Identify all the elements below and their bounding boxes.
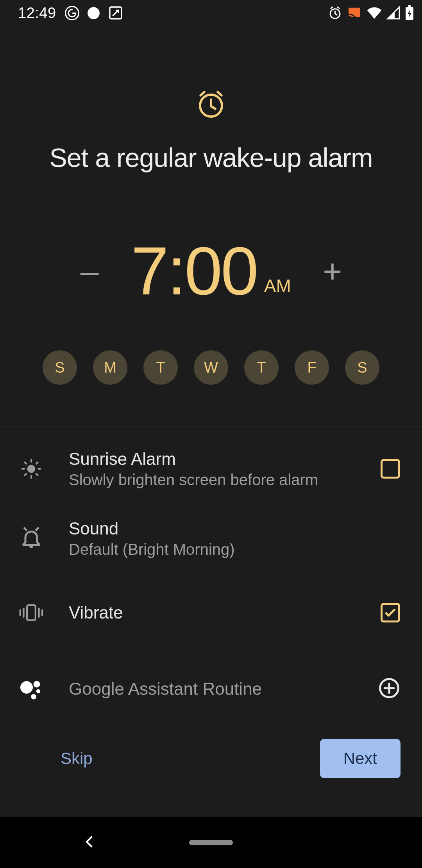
nav-back-icon[interactable] bbox=[81, 834, 98, 852]
settings-list: Sunrise Alarm Slowly brighten screen bef… bbox=[0, 427, 422, 728]
footer: Skip Next bbox=[0, 739, 422, 817]
nav-home-pill[interactable] bbox=[189, 840, 233, 845]
status-bar: 12:49 bbox=[0, 0, 422, 26]
content: Set a regular wake-up alarm – 7:00 AM + … bbox=[0, 26, 422, 817]
sound-subtitle: Default (Bright Morning) bbox=[69, 541, 377, 558]
time-decrease-button[interactable]: – bbox=[78, 255, 101, 287]
svg-rect-6 bbox=[408, 5, 411, 8]
time-value: 7:00 bbox=[131, 237, 257, 305]
assistant-title: Google Assistant Routine bbox=[69, 679, 355, 699]
sound-icon bbox=[17, 527, 45, 550]
time-picker: – 7:00 AM + bbox=[0, 237, 422, 305]
svg-line-15 bbox=[25, 474, 26, 475]
screenshot-icon bbox=[108, 5, 123, 21]
vibrate-title: Vibrate bbox=[69, 603, 357, 622]
svg-point-24 bbox=[36, 689, 40, 693]
vibrate-checkbox[interactable] bbox=[381, 603, 400, 622]
day-tuesday[interactable]: T bbox=[143, 350, 178, 385]
next-button[interactable]: Next bbox=[320, 739, 401, 778]
skip-button[interactable]: Skip bbox=[21, 741, 132, 776]
sunrise-checkbox[interactable] bbox=[381, 459, 400, 479]
status-notification-icons bbox=[65, 5, 123, 21]
sunrise-subtitle: Slowly brighten screen before alarm bbox=[69, 471, 357, 489]
day-friday[interactable]: F bbox=[295, 350, 329, 385]
time-increase-button[interactable]: + bbox=[321, 255, 344, 287]
day-saturday[interactable]: S bbox=[345, 350, 379, 385]
nav-bar bbox=[0, 817, 422, 868]
screen: 12:49 bbox=[0, 0, 422, 868]
day-wednesday[interactable]: W bbox=[194, 350, 228, 385]
svg-point-23 bbox=[34, 681, 40, 688]
header: Set a regular wake-up alarm bbox=[0, 26, 422, 173]
setting-assistant[interactable]: Google Assistant Routine bbox=[17, 650, 400, 728]
status-left: 12:49 bbox=[18, 5, 123, 22]
svg-point-8 bbox=[27, 465, 36, 473]
google-icon bbox=[65, 6, 79, 20]
svg-rect-17 bbox=[27, 605, 36, 621]
page-title: Set a regular wake-up alarm bbox=[0, 142, 422, 173]
days-row: S M T W T F S bbox=[0, 350, 422, 385]
sunrise-icon bbox=[17, 457, 45, 481]
setting-sunrise[interactable]: Sunrise Alarm Slowly brighten screen bef… bbox=[17, 427, 400, 501]
status-time: 12:49 bbox=[18, 5, 56, 22]
svg-point-22 bbox=[20, 681, 33, 694]
sunrise-title: Sunrise Alarm bbox=[69, 449, 357, 469]
time-display[interactable]: 7:00 AM bbox=[131, 237, 291, 305]
vibrate-icon bbox=[17, 603, 45, 623]
alarm-status-icon bbox=[328, 6, 342, 20]
setting-sound[interactable]: Sound Default (Bright Morning) bbox=[17, 501, 400, 576]
status-right bbox=[328, 5, 414, 21]
svg-line-14 bbox=[36, 474, 38, 475]
alarm-hero-icon bbox=[195, 88, 227, 120]
add-routine-icon[interactable] bbox=[378, 677, 400, 701]
setting-vibrate[interactable]: Vibrate bbox=[17, 576, 400, 650]
svg-line-16 bbox=[36, 462, 38, 464]
svg-rect-4 bbox=[349, 8, 360, 17]
svg-line-13 bbox=[25, 462, 26, 464]
day-thursday[interactable]: T bbox=[244, 350, 279, 385]
wifi-icon bbox=[367, 5, 382, 21]
assistant-icon bbox=[17, 678, 45, 700]
signal-icon bbox=[386, 6, 401, 20]
day-sunday[interactable]: S bbox=[43, 350, 77, 385]
time-period: AM bbox=[264, 275, 291, 296]
svg-point-25 bbox=[31, 694, 36, 699]
sound-title: Sound bbox=[69, 519, 377, 538]
svg-point-1 bbox=[88, 7, 100, 19]
cast-icon bbox=[347, 5, 362, 21]
battery-icon bbox=[405, 5, 414, 21]
dot-icon bbox=[86, 6, 101, 20]
day-monday[interactable]: M bbox=[93, 350, 127, 385]
